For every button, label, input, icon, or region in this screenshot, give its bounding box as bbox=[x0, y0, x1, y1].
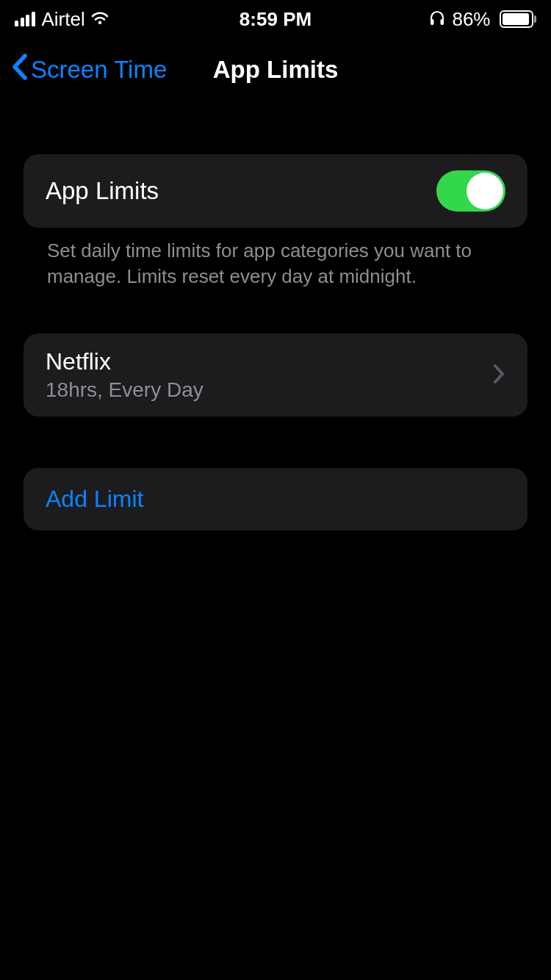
app-limits-footer-text: Set daily time limits for app categories… bbox=[24, 228, 527, 289]
headphones-icon bbox=[428, 8, 446, 31]
add-limit-button[interactable]: Add Limit bbox=[24, 468, 527, 530]
limit-subtitle: 18hrs, Every Day bbox=[46, 378, 204, 402]
cellular-signal-icon bbox=[15, 12, 35, 26]
limit-row-netflix[interactable]: Netflix 18hrs, Every Day bbox=[24, 334, 527, 417]
limit-title: Netflix bbox=[46, 348, 204, 375]
app-limits-toggle[interactable] bbox=[436, 170, 505, 212]
status-time: 8:59 PM bbox=[240, 8, 311, 31]
add-limit-label: Add Limit bbox=[46, 486, 143, 512]
status-bar: Airtel 8:59 PM 86% bbox=[0, 0, 551, 32]
chevron-right-icon bbox=[492, 363, 505, 388]
back-button[interactable]: Screen Time bbox=[10, 53, 167, 87]
svg-rect-0 bbox=[431, 19, 434, 25]
chevron-left-icon bbox=[10, 53, 28, 87]
battery-percent: 86% bbox=[452, 8, 490, 31]
app-limits-toggle-row: App Limits bbox=[24, 154, 527, 228]
battery-icon bbox=[497, 10, 537, 28]
back-label: Screen Time bbox=[31, 56, 167, 84]
carrier-label: Airtel bbox=[42, 8, 85, 31]
navigation-bar: Screen Time App Limits bbox=[0, 41, 551, 104]
app-limits-toggle-label: App Limits bbox=[46, 177, 159, 205]
wifi-icon bbox=[90, 8, 110, 31]
status-right: 86% bbox=[428, 8, 536, 31]
toggle-knob bbox=[467, 173, 503, 209]
page-title: App Limits bbox=[213, 56, 339, 84]
svg-rect-1 bbox=[441, 19, 444, 25]
status-left: Airtel bbox=[15, 8, 110, 31]
